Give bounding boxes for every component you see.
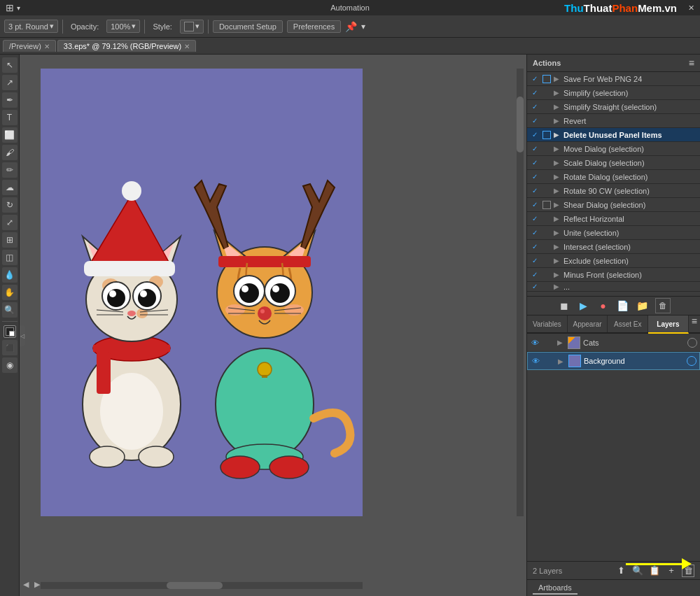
- action-row[interactable]: ✓ ▶ ...: [527, 282, 700, 292]
- rotate-tool[interactable]: ↻: [2, 197, 18, 213]
- arrow-head: [682, 558, 692, 569]
- actions-list: ✓ ▶ Save For Web PNG 24 ✓ ▶ Simplify (se…: [527, 72, 700, 296]
- tab-appearance[interactable]: Appearar: [568, 315, 608, 332]
- artboards-tab[interactable]: Artboards: [533, 582, 578, 595]
- layer-target-icon[interactable]: [687, 338, 697, 348]
- expand-icon[interactable]: ▶: [556, 356, 566, 366]
- action-row-highlighted[interactable]: ✓ ▶ Delete Unused Panel Items: [527, 128, 700, 142]
- rectangle-tool[interactable]: ⬜: [2, 127, 18, 143]
- hand-tool[interactable]: ✋: [2, 285, 18, 300]
- tab-variables[interactable]: Variables: [527, 315, 568, 332]
- style-selector[interactable]: ▾: [180, 20, 204, 34]
- close-icon[interactable]: ✕: [44, 43, 50, 50]
- arrow-right-icon[interactable]: ▶: [34, 580, 40, 589]
- preferences-button[interactable]: Preferences: [287, 20, 341, 33]
- close-icon[interactable]: ✕: [688, 3, 694, 13]
- arrow-line: [626, 563, 682, 565]
- tab-layers[interactable]: Layers: [648, 315, 689, 334]
- play-button[interactable]: ▶: [577, 299, 591, 313]
- collapse-handle[interactable]: ◁: [20, 325, 25, 346]
- bottom-nav: ◀ ▶: [23, 580, 40, 589]
- chevron-down-icon: ▾: [195, 22, 200, 31]
- pen-tool[interactable]: ✒: [2, 92, 18, 108]
- action-box[interactable]: [542, 131, 551, 139]
- action-row[interactable]: ✓ ▶ Rotate Dialog (selection): [527, 170, 700, 184]
- action-label: Delete Unused Panel Items: [564, 131, 697, 139]
- action-row[interactable]: ✓ ▶ Save For Web PNG 24: [527, 72, 700, 86]
- svg-point-54: [220, 456, 260, 478]
- panel-menu-icon[interactable]: ≡: [689, 315, 700, 332]
- new-set-button[interactable]: 📁: [636, 299, 650, 313]
- svg-point-44: [260, 309, 265, 313]
- mesh-tool[interactable]: ⊞: [2, 232, 18, 248]
- type-tool[interactable]: T: [2, 110, 18, 125]
- pin-icon[interactable]: 📌: [345, 21, 357, 32]
- vertical-scrollbar[interactable]: [517, 69, 524, 516]
- close-icon[interactable]: ✕: [184, 43, 190, 50]
- chevron-down-icon: ▾: [17, 4, 20, 12]
- action-row[interactable]: ✓ ▶ Simplify Straight (selection): [527, 100, 700, 114]
- action-row[interactable]: ✓ ▶ Simplify (selection): [527, 86, 700, 100]
- direct-select-tool[interactable]: ↗: [2, 75, 18, 90]
- action-row[interactable]: ✓ ▶ Unite (selection): [527, 226, 700, 240]
- actions-title: Actions: [533, 59, 561, 67]
- top-bar-left: ⊞ ▾: [6, 2, 20, 13]
- tab-main[interactable]: 33.eps* @ 79.12% (RGB/Preview) ✕: [57, 40, 196, 52]
- lock-icon[interactable]: 🔒: [542, 338, 552, 348]
- paintbrush-tool[interactable]: 🖌: [2, 145, 18, 160]
- action-row[interactable]: ✓ ▶ Move Dialog (selection): [527, 142, 700, 156]
- pencil-tool[interactable]: ✏: [2, 162, 18, 178]
- action-box[interactable]: [542, 75, 551, 83]
- scale-tool[interactable]: ⤢: [2, 215, 18, 230]
- fill-color[interactable]: [4, 325, 16, 338]
- tab-asset-export[interactable]: Asset Ex: [608, 315, 648, 332]
- eye-icon[interactable]: 👁: [531, 356, 540, 366]
- document-setup-button[interactable]: Document Setup: [213, 20, 283, 33]
- action-row[interactable]: ✓ ▶ Reflect Horizontal: [527, 212, 700, 226]
- action-label: Revert: [564, 117, 697, 125]
- scrollbar-thumb[interactable]: [167, 582, 223, 589]
- panel-menu-icon[interactable]: ≡: [689, 57, 694, 69]
- action-row[interactable]: ✓ ▶ Exclude (selection): [527, 254, 700, 268]
- arrow-left-icon[interactable]: ◀: [23, 580, 29, 589]
- record-button[interactable]: ●: [596, 299, 610, 313]
- drawing-mode[interactable]: ⬛: [2, 340, 18, 355]
- action-box[interactable]: [542, 201, 551, 209]
- actions-panel-header: Actions ≡: [527, 55, 700, 72]
- lock-icon[interactable]: [543, 356, 553, 366]
- tab-preview[interactable]: /Preview) ✕: [3, 40, 56, 52]
- action-row[interactable]: ✓ ▶ Scale Dialog (selection): [527, 156, 700, 170]
- gradient-tool[interactable]: ◫: [2, 250, 18, 265]
- layer-row-cats[interactable]: 👁 🔒 ▶ Cats: [527, 334, 700, 352]
- action-label: Minus Front (selection): [564, 271, 697, 279]
- action-row[interactable]: ✓ ▶ Shear Dialog (selection): [527, 198, 700, 212]
- action-label: Simplify (selection): [564, 89, 697, 97]
- action-row[interactable]: ✓ ▶ Revert: [527, 114, 700, 128]
- eye-icon[interactable]: 👁: [530, 338, 540, 348]
- horizontal-scrollbar[interactable]: [41, 582, 363, 589]
- new-action-button[interactable]: 📄: [616, 299, 630, 313]
- check-icon: ✓: [530, 228, 540, 238]
- delete-action-button[interactable]: 🗑: [655, 298, 671, 313]
- cat-illustration: [41, 69, 363, 516]
- screen-mode[interactable]: ◉: [2, 357, 18, 373]
- action-row[interactable]: ✓ ▶ Intersect (selection): [527, 240, 700, 254]
- layer-target-icon[interactable]: [687, 356, 696, 366]
- svg-point-20: [138, 289, 156, 307]
- stop-button[interactable]: ◼: [557, 299, 571, 313]
- layer-row-background[interactable]: 👁 ▶ Background: [527, 352, 700, 370]
- expand-icon[interactable]: ▶: [555, 338, 565, 348]
- action-row[interactable]: ✓ ▶ Rotate 90 CW (selection): [527, 184, 700, 198]
- blob-tool[interactable]: ☁: [2, 180, 18, 195]
- scrollbar-thumb[interactable]: [517, 97, 524, 152]
- eyedropper-tool[interactable]: 💧: [2, 267, 18, 283]
- tab-label: 33.eps* @ 79.12% (RGB/Preview): [64, 42, 181, 50]
- action-row[interactable]: ✓ ▶ Minus Front (selection): [527, 268, 700, 282]
- select-tool[interactable]: ↖: [2, 57, 18, 73]
- opacity-selector[interactable]: 100% ▾: [106, 20, 140, 33]
- brush-size-selector[interactable]: 3 pt. Round ▾: [4, 20, 58, 33]
- zoom-tool[interactable]: 🔍: [2, 302, 18, 318]
- svg-point-23: [127, 311, 136, 316]
- canvas-area[interactable]: ◁: [20, 55, 526, 596]
- chevron-down-icon[interactable]: ▾: [361, 22, 365, 31]
